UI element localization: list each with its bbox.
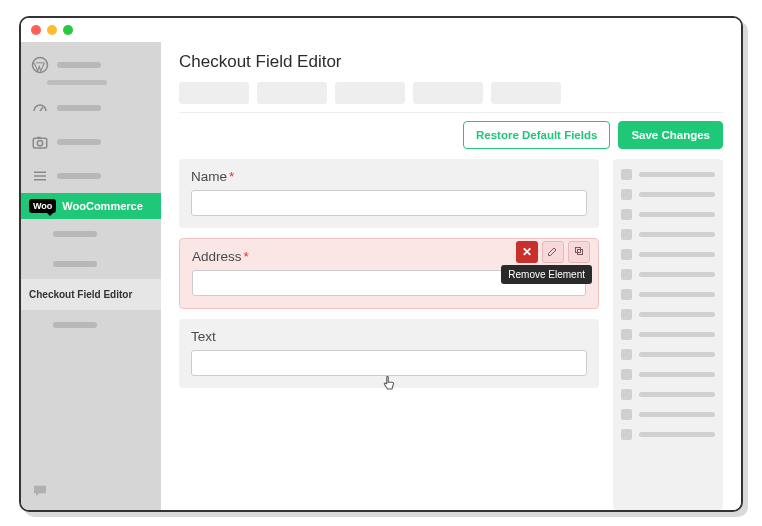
sidebar-stub <box>53 231 97 237</box>
app-window: Woo WooCommerce Checkout Field Editor <box>19 16 743 512</box>
field-card-address[interactable]: ✕ <box>179 238 599 309</box>
chat-icon <box>31 482 49 500</box>
gauge-icon <box>31 99 49 117</box>
tab-placeholder[interactable] <box>413 82 483 104</box>
svg-rect-2 <box>33 138 47 148</box>
field-toolbar: ✕ <box>516 241 590 263</box>
palette-item[interactable] <box>621 169 715 180</box>
sidebar-stub <box>53 261 97 267</box>
sidebar-item-generic[interactable] <box>21 310 161 340</box>
page-title: Checkout Field Editor <box>179 52 723 72</box>
pencil-icon <box>547 245 559 260</box>
field-label: Name * <box>191 169 587 184</box>
close-window-icon[interactable] <box>31 25 41 35</box>
divider <box>179 112 723 113</box>
sidebar-stub <box>57 105 101 111</box>
sidebar-stub <box>53 322 97 328</box>
list-icon <box>31 167 49 185</box>
close-icon: ✕ <box>522 245 532 259</box>
svg-line-1 <box>40 107 43 111</box>
sidebar-stub <box>57 62 101 68</box>
palette-item[interactable] <box>621 249 715 260</box>
copy-icon <box>573 245 585 260</box>
sidebar-item-media[interactable] <box>21 125 161 159</box>
wordpress-icon <box>31 56 49 74</box>
palette-item[interactable] <box>621 229 715 240</box>
palette-item[interactable] <box>621 389 715 400</box>
sidebar-stub <box>57 173 101 179</box>
sidebar-item-label: Checkout Field Editor <box>29 289 132 300</box>
admin-sidebar: Woo WooCommerce Checkout Field Editor <box>21 42 161 510</box>
required-mark: * <box>229 169 234 184</box>
palette-item[interactable] <box>621 409 715 420</box>
required-mark: * <box>244 249 249 264</box>
minimize-window-icon[interactable] <box>47 25 57 35</box>
palette-item[interactable] <box>621 289 715 300</box>
duplicate-field-button[interactable] <box>568 241 590 263</box>
sidebar-sub-stub <box>47 80 107 85</box>
palette-item[interactable] <box>621 429 715 440</box>
restore-defaults-button[interactable]: Restore Default Fields <box>463 121 610 149</box>
main-content: Checkout Field Editor Restore Default Fi… <box>161 42 741 510</box>
name-input[interactable] <box>191 190 587 216</box>
sidebar-item-performance[interactable] <box>21 91 161 125</box>
svg-rect-4 <box>37 137 41 139</box>
sidebar-item-list[interactable] <box>21 159 161 193</box>
edit-field-button[interactable] <box>542 241 564 263</box>
maximize-window-icon[interactable] <box>63 25 73 35</box>
sidebar-item-generic[interactable] <box>21 249 161 279</box>
fields-column: Name * ✕ <box>179 159 599 510</box>
tab-placeholder[interactable] <box>257 82 327 104</box>
sidebar-item-woocommerce[interactable]: Woo WooCommerce <box>21 193 161 219</box>
tab-placeholder[interactable] <box>179 82 249 104</box>
palette-item[interactable] <box>621 209 715 220</box>
palette-item[interactable] <box>621 349 715 360</box>
remove-tooltip: Remove Element <box>501 265 592 284</box>
palette-item[interactable] <box>621 369 715 380</box>
sidebar-item-dashboard[interactable] <box>21 48 161 82</box>
app-body: Woo WooCommerce Checkout Field Editor <box>21 42 741 510</box>
field-palette <box>613 159 723 510</box>
pointer-cursor-icon <box>380 374 398 392</box>
svg-point-3 <box>37 141 42 146</box>
field-card-name[interactable]: Name * <box>179 159 599 228</box>
palette-item[interactable] <box>621 189 715 200</box>
window-titlebar <box>21 18 741 42</box>
camera-icon <box>31 133 49 151</box>
sidebar-item-checkout-field-editor[interactable]: Checkout Field Editor <box>21 279 161 310</box>
sidebar-item-comments[interactable] <box>21 472 161 510</box>
tab-placeholder[interactable] <box>491 82 561 104</box>
field-label: Text <box>191 329 587 344</box>
remove-field-button[interactable]: ✕ <box>516 241 538 263</box>
woo-logo-icon: Woo <box>29 199 56 213</box>
sidebar-stub <box>57 139 101 145</box>
tab-bar <box>179 82 723 104</box>
sidebar-item-label: WooCommerce <box>62 200 142 212</box>
palette-item[interactable] <box>621 309 715 320</box>
tab-placeholder[interactable] <box>335 82 405 104</box>
palette-item[interactable] <box>621 269 715 280</box>
sidebar-item-generic[interactable] <box>21 219 161 249</box>
action-bar: Restore Default Fields Save Changes <box>179 121 723 149</box>
workspace: Name * ✕ <box>179 159 723 510</box>
save-changes-button[interactable]: Save Changes <box>618 121 723 149</box>
palette-item[interactable] <box>621 329 715 340</box>
text-input[interactable] <box>191 350 587 376</box>
field-card-text[interactable]: Text <box>179 319 599 388</box>
